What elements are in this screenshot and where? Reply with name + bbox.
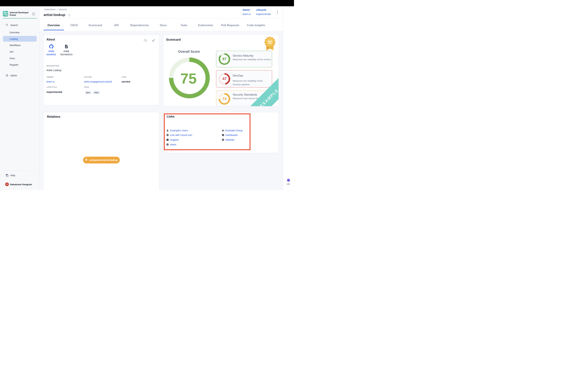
svg-text:Tier: Tier [268,42,272,44]
svg-text:Gold: Gold [268,40,272,42]
svg-text:?: ? [6,174,7,175]
